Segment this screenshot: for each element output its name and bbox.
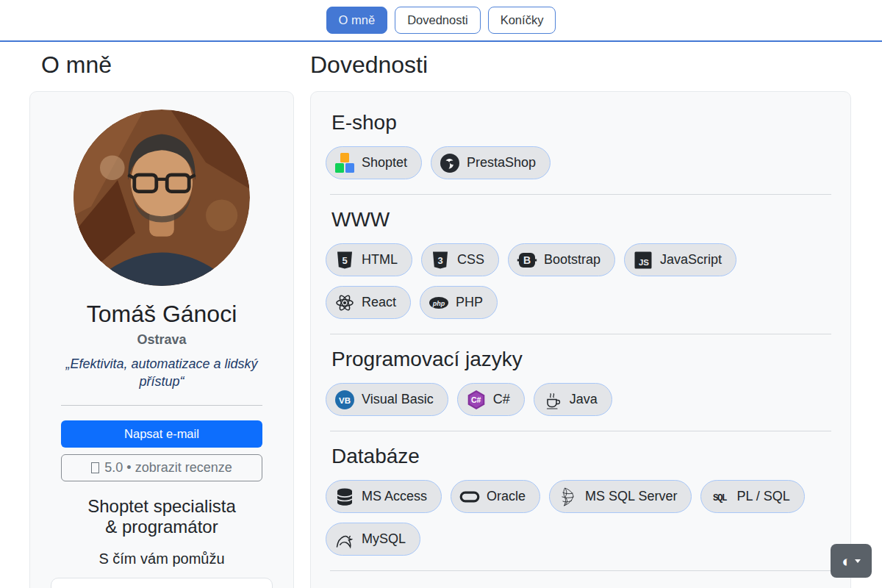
skill-badge-javascript: JSJavaScript — [624, 243, 736, 276]
about-column: O mně — [29, 42, 294, 588]
profile-role-line1: Shoptet specialista — [61, 496, 262, 517]
tab-konicky[interactable]: Koníčky — [488, 7, 556, 34]
skill-badge-label: Oracle — [487, 489, 526, 504]
javascript-icon: JS — [633, 250, 653, 270]
skill-badge-pl-sql: SQLPL / SQL — [700, 480, 804, 513]
skill-badge-label: React — [362, 295, 396, 310]
avatar — [74, 110, 250, 286]
skill-badge-ms-access: MS Access — [326, 480, 442, 513]
skill-badge-shoptet: Shoptet — [326, 146, 422, 179]
caret-down-icon — [855, 559, 861, 563]
prestashop-icon — [440, 153, 460, 173]
skills-section-title-devops: DevOps — [331, 584, 830, 588]
skill-badge-label: Shoptet — [362, 155, 407, 171]
ms-access-icon — [334, 487, 355, 507]
skill-badge-label: MySQL — [362, 531, 406, 547]
profile-quote: „Efektivita, automatizace a lidský příst… — [61, 355, 262, 391]
skill-badge-oracle: Oracle — [451, 480, 540, 513]
skill-badge-label: JavaScript — [660, 252, 722, 268]
main-content: O mně — [0, 42, 882, 588]
profile-name: Tomáš Gánoci — [61, 301, 262, 328]
react-icon — [334, 293, 355, 313]
svg-text:SQL: SQL — [713, 492, 727, 503]
svg-text:C#: C# — [471, 395, 481, 404]
skill-badge-prestashop: PrestaShop — [431, 146, 551, 179]
profile-role: Shoptet specialista & programátor — [61, 496, 262, 539]
skill-badge-html: 5HTML — [326, 243, 412, 276]
skill-badge-css: 3CSS — [421, 243, 499, 276]
skills-section-title-datab-ze: Databáze — [331, 445, 830, 468]
help-heading: S čím vám pomůžu — [61, 551, 262, 567]
skill-badge-ms-sql-server: MS SQL Server — [549, 480, 692, 513]
skill-badge-label: C# — [493, 392, 510, 407]
section-divider — [330, 431, 831, 431]
ms-sql-server-icon — [558, 487, 578, 507]
email-button[interactable]: Napsat e-mail — [61, 420, 262, 448]
skill-badge-java: Java — [534, 383, 612, 416]
skills-title: Dovednosti — [310, 51, 851, 79]
skills-section-title-e-shop: E-shop — [331, 111, 830, 135]
css3-icon: 3 — [430, 250, 451, 270]
skills-section-title-www: WWW — [331, 208, 830, 232]
svg-text:php: php — [432, 299, 445, 306]
skills-column: Dovednosti E-shopShoptetPrestaShopWWW5HT… — [310, 42, 851, 588]
skill-badge-react: React — [326, 286, 411, 319]
php-icon: php — [429, 293, 449, 313]
badge-row-programovac-jazyky: VBVisual BasicC#C#Java — [326, 383, 830, 416]
star-placeholder-icon — [91, 462, 99, 473]
section-divider — [330, 570, 831, 571]
skills-card: E-shopShoptetPrestaShopWWW5HTML3CSSBBoot… — [310, 91, 851, 588]
profile-card: Tomáš Gánoci Ostrava „Efektivita, automa… — [29, 91, 294, 588]
profile-divider — [61, 405, 262, 406]
skill-badge-label: HTML — [362, 252, 398, 268]
bootstrap-icon: B — [517, 250, 537, 270]
oracle-icon — [459, 487, 480, 507]
svg-text:VB: VB — [339, 395, 351, 404]
plsql-icon: SQL — [709, 487, 730, 507]
skill-badge-label: Visual Basic — [362, 392, 434, 407]
skill-badge-label: MS SQL Server — [585, 489, 677, 504]
theme-toggle-button[interactable]: ◐ — [831, 544, 872, 578]
half-circle-icon: ◐ — [842, 553, 851, 569]
skill-badge-bootstrap: BBootstrap — [508, 243, 615, 276]
rating-separator: • — [126, 460, 131, 475]
section-divider — [330, 334, 831, 334]
badge-row-datab-ze: MS AccessOracleMS SQL ServerSQLPL / SQLM… — [326, 480, 830, 556]
badge-row-e-shop: ShoptetPrestaShop — [326, 146, 830, 179]
skills-section-title-programovac-jazyky: Programovací jazyky — [331, 348, 830, 371]
tab-dovednosti[interactable]: Dovednosti — [395, 7, 481, 34]
rating-link-text: zobrazit recenze — [135, 460, 232, 475]
svg-text:JS: JS — [639, 258, 649, 267]
profile-role-line2: & programátor — [61, 517, 262, 538]
section-divider — [330, 194, 831, 195]
profile-location: Ostrava — [61, 332, 262, 348]
top-nav: O mně Dovednosti Koníčky — [0, 0, 882, 42]
shoptet-icon — [334, 153, 355, 173]
about-title: O mně — [41, 51, 294, 79]
skill-badge-label: Java — [570, 392, 598, 407]
skill-badge-label: CSS — [457, 252, 484, 268]
skill-badge-visual-basic: VBVisual Basic — [326, 383, 448, 416]
html5-icon: 5 — [334, 250, 355, 270]
help-card: Shoptet úpravy & moduly Šablony, rozšíře… — [51, 578, 273, 588]
skill-badge-label: PHP — [456, 295, 483, 310]
skill-badge-label: Bootstrap — [544, 252, 600, 268]
skill-badge-label: PrestaShop — [467, 155, 536, 171]
skill-badge-c: C#C# — [457, 383, 525, 416]
badge-row-www: 5HTML3CSSBBootstrapJSJavaScriptReactphpP… — [326, 243, 830, 319]
svg-text:B: B — [523, 254, 531, 266]
java-icon — [542, 390, 563, 410]
skill-badge-mysql: MySQL — [326, 523, 420, 556]
tab-o-mne[interactable]: O mně — [326, 7, 388, 34]
csharp-icon: C# — [466, 390, 487, 410]
skill-badge-label: MS Access — [362, 489, 427, 504]
svg-text:3: 3 — [437, 254, 442, 265]
visual-basic-icon: VB — [334, 390, 355, 410]
reviews-button[interactable]: 5.0 • zobrazit recenze — [61, 454, 262, 481]
svg-text:5: 5 — [342, 254, 347, 265]
skill-badge-label: PL / SQL — [736, 489, 789, 504]
mysql-icon — [334, 529, 355, 550]
rating-value: 5.0 — [104, 460, 123, 475]
skill-badge-php: phpPHP — [420, 286, 498, 319]
